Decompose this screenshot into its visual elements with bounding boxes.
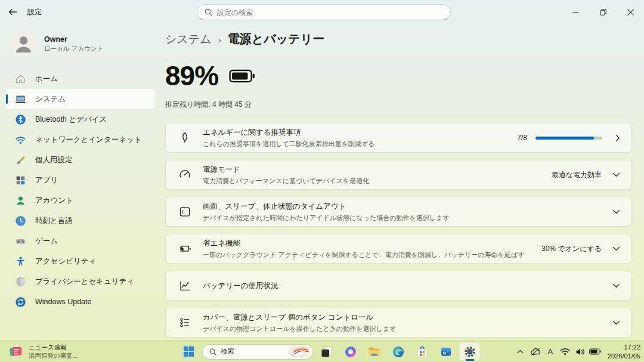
taskbar: ニュース速報 浜岡原発の審査... 検索 bbox=[0, 340, 644, 362]
speaker-icon bbox=[575, 348, 585, 356]
card-subtitle: 一部のバックグラウンド アクティビティを制限することで、電力消費を削減し、バッテ… bbox=[203, 250, 541, 259]
start-button[interactable] bbox=[178, 342, 199, 361]
ime-mode-button[interactable]: A bbox=[544, 345, 557, 359]
close-button[interactable] bbox=[617, 0, 644, 24]
avatar bbox=[11, 31, 36, 57]
ime-mode-label: A bbox=[544, 347, 556, 356]
copilot-button[interactable] bbox=[340, 342, 361, 361]
windows-update-icon bbox=[15, 296, 26, 308]
app-title: 設定 bbox=[27, 7, 42, 17]
file-explorer-icon bbox=[367, 345, 381, 358]
card-battery-usage[interactable]: バッテリーの使用状況 bbox=[165, 271, 631, 301]
edge-button[interactable] bbox=[388, 342, 408, 361]
sidebar-nav: ホーム システム Bluetooth とデバイス ネットワークとインターネット … bbox=[0, 69, 161, 312]
card-energy-recommendations[interactable]: エネルギーに関する推奨事項 これらの推奨事項を適用して二酸化炭素排出量を削減する… bbox=[165, 123, 631, 153]
tray-overflow-button[interactable] bbox=[514, 345, 527, 359]
edge-icon bbox=[392, 345, 405, 358]
sidebar-item-label: 個人用設定 bbox=[35, 155, 73, 165]
battery-estimate: 推定残り時間: 4 時間 45 分 bbox=[165, 100, 631, 110]
system-tray: A 17:22 2026/01/05 bbox=[514, 341, 640, 362]
sidebar-item-accounts[interactable]: アカウント bbox=[6, 190, 155, 211]
settings-gear-icon bbox=[463, 345, 476, 358]
accounts-person-icon bbox=[15, 195, 26, 206]
minimize-button[interactable] bbox=[562, 0, 589, 24]
system-icon bbox=[15, 94, 26, 105]
clock[interactable]: 17:22 2026/01/05 bbox=[608, 343, 640, 360]
settings-app-button[interactable] bbox=[459, 342, 480, 361]
battery-tray-button[interactable] bbox=[589, 345, 602, 359]
widgets-headline-subtitle: 浜岡原発の審査... bbox=[29, 352, 78, 360]
sidebar-item-gaming[interactable]: ゲーム bbox=[6, 231, 155, 251]
main-content: システム › 電源とバッテリー 89% 推定残り時間: 4 時間 45 分 エネ… bbox=[165, 24, 631, 340]
sidebar: Owner ローカル アカウント ホーム システム Bluetooth とデバイ… bbox=[0, 24, 161, 340]
sidebar-item-apps[interactable]: アプリ bbox=[6, 170, 155, 190]
onedrive-paused-button[interactable] bbox=[529, 345, 542, 359]
widgets-news-icon bbox=[8, 344, 24, 360]
task-view-icon bbox=[320, 345, 333, 358]
time-language-clock-icon bbox=[15, 215, 26, 227]
onedrive-cloud-slash-icon bbox=[530, 348, 541, 356]
back-button[interactable] bbox=[0, 0, 25, 24]
task-view-button[interactable] bbox=[316, 342, 337, 361]
apps-icon bbox=[15, 175, 26, 186]
windows-logo-icon bbox=[182, 345, 195, 358]
taskbar-search-box[interactable]: 検索 bbox=[202, 344, 313, 360]
energy-saver-battery-leaf-icon bbox=[178, 242, 191, 255]
account-header[interactable]: Owner ローカル アカウント bbox=[11, 31, 161, 57]
microsoft-store-button[interactable] bbox=[411, 342, 432, 361]
card-subtitle: 電力消費とパフォーマンスに基づいてデバイスを最適化 bbox=[203, 177, 552, 185]
widgets-button[interactable]: ニュース速報 浜岡原発の審査... bbox=[4, 341, 83, 362]
sidebar-item-accessibility[interactable]: アクセシビリティ bbox=[6, 251, 155, 271]
sidebar-item-label: プライバシーとセキュリティ bbox=[35, 277, 134, 287]
chevron-down-icon bbox=[612, 209, 620, 214]
card-title: エネルギーに関する推奨事項 bbox=[203, 128, 517, 138]
card-power-mode[interactable]: 電源モード 電力消費とパフォーマンスに基づいてデバイスを最適化 最適な電力効率 bbox=[165, 160, 631, 190]
power-mode-value: 最適な電力効率 bbox=[552, 170, 602, 180]
outlook-button[interactable] bbox=[435, 342, 456, 361]
breadcrumb-parent[interactable]: システム bbox=[165, 32, 212, 47]
battery-tray-icon bbox=[589, 348, 601, 355]
sidebar-item-bluetooth-devices[interactable]: Bluetooth とデバイス bbox=[6, 109, 155, 129]
sidebar-item-windows-update[interactable]: Windows Update bbox=[6, 292, 155, 312]
settings-search-box[interactable] bbox=[197, 4, 451, 20]
settings-search-input[interactable] bbox=[217, 8, 443, 17]
battery-usage-chart-icon bbox=[178, 279, 191, 292]
sidebar-item-network-internet[interactable]: ネットワークとインターネット bbox=[6, 129, 155, 150]
volume-tray-button[interactable] bbox=[574, 345, 587, 359]
card-title: 省エネ機能 bbox=[203, 239, 541, 249]
copilot-icon bbox=[344, 345, 357, 358]
sidebar-item-label: アカウント bbox=[35, 196, 73, 206]
microsoft-store-icon bbox=[416, 345, 429, 358]
card-energy-saver[interactable]: 省エネ機能 一部のバックグラウンド アクティビティを制限することで、電力消費を削… bbox=[165, 234, 631, 264]
battery-percent: 89% bbox=[165, 60, 218, 92]
leaf-icon bbox=[178, 131, 191, 144]
wifi-tray-button[interactable] bbox=[559, 345, 572, 359]
sidebar-item-label: ネットワークとインターネット bbox=[35, 135, 142, 145]
account-type: ローカル アカウント bbox=[44, 45, 103, 53]
chevron-down-icon bbox=[612, 283, 620, 288]
back-arrow-icon bbox=[8, 8, 17, 16]
card-title: 画面、スリープ、休止状態のタイムアウト bbox=[203, 202, 610, 212]
sidebar-item-personalization[interactable]: 個人用設定 bbox=[6, 150, 155, 170]
card-screen-sleep-timeouts[interactable]: 画面、スリープ、休止状態のタイムアウト デバイスが指定された時間にわたりアイドル… bbox=[165, 197, 631, 227]
sidebar-item-time-language[interactable]: 時刻と言語 bbox=[6, 211, 155, 231]
sidebar-item-label: Windows Update bbox=[35, 298, 92, 306]
restore-button[interactable] bbox=[589, 0, 617, 24]
sidebar-item-label: ゲーム bbox=[35, 236, 58, 246]
page-title: 電源とバッテリー bbox=[228, 31, 324, 47]
clock-date: 2026/01/05 bbox=[608, 352, 640, 360]
sidebar-item-privacy-security[interactable]: プライバシーとセキュリティ bbox=[6, 271, 155, 292]
file-explorer-button[interactable] bbox=[364, 342, 385, 361]
sidebar-item-home[interactable]: ホーム bbox=[6, 69, 155, 89]
card-subtitle: デバイスの物理コントロールを操作したときの動作を選択します bbox=[203, 324, 610, 333]
wifi-icon bbox=[560, 348, 570, 355]
card-lid-power-buttons[interactable]: カバー、電源とスリープ 個のボタン コントロール デバイスの物理コントロールを操… bbox=[165, 308, 631, 338]
card-subtitle: これらの推奨事項を適用して二酸化炭素排出量を削減する bbox=[203, 140, 517, 148]
sidebar-item-system[interactable]: システム bbox=[6, 89, 155, 109]
clock-time: 17:22 bbox=[608, 343, 640, 351]
account-name: Owner bbox=[44, 35, 103, 44]
card-title: カバー、電源とスリープ 個のボタン コントロール bbox=[203, 313, 610, 323]
personalization-brush-icon bbox=[15, 154, 26, 166]
card-subtitle: デバイスが指定された時間にわたりアイドル状態になった場合の動作を選択します bbox=[203, 214, 610, 222]
energy-progress-label: 7/8 bbox=[517, 134, 527, 142]
